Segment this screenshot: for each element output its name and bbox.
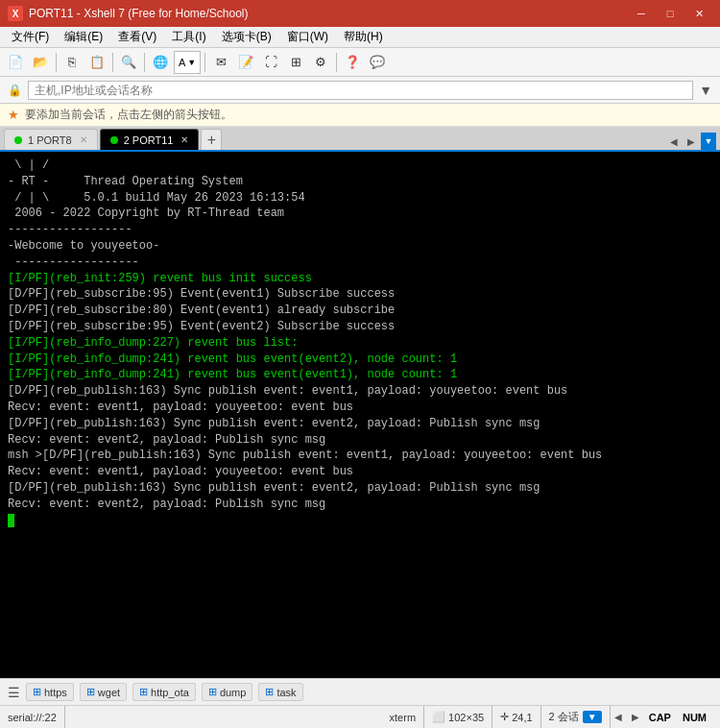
- quick-cmd-http_ota[interactable]: ⊞http_ota: [132, 683, 196, 701]
- caps-lock-indicator: CAP: [643, 712, 677, 723]
- toolbar: 📄 📂 ⎘ 📋 🔍 🌐 A▼ ✉ 📝 ⛶ ⊞ ⚙ ❓ 💬: [0, 48, 720, 77]
- num-lock-indicator: NUM: [677, 712, 712, 723]
- toolbar-separator-4: [204, 53, 205, 72]
- info-text: 要添加当前会话，点击左侧的箭头按钮。: [25, 107, 232, 123]
- terminal[interactable]: \ | /- RT - Thread Operating System / | …: [0, 152, 720, 678]
- tab-close-tab2[interactable]: ✕: [180, 134, 188, 145]
- term-line-5: -Webcome to youyeetoo-: [8, 238, 712, 255]
- session-button[interactable]: 🌐: [149, 51, 172, 74]
- toolbar-separator-3: [144, 53, 145, 72]
- layout-button[interactable]: ⊞: [284, 51, 307, 74]
- term-line-2: / | \ 5.0.1 build May 26 2023 16:13:54: [8, 190, 712, 206]
- term-line-0: \ | /: [8, 158, 712, 174]
- paste-button[interactable]: 📋: [85, 51, 108, 74]
- toolbar-separator-5: [336, 53, 337, 72]
- fullscreen-button[interactable]: ⛶: [259, 51, 282, 74]
- term-line-17: Recv: event: event2, payload: Publish sy…: [8, 432, 712, 449]
- cmd-icon-wget: ⊞: [86, 686, 95, 698]
- quick-cmd-wget[interactable]: ⊞wget: [80, 683, 127, 701]
- next-session-button[interactable]: ▶: [628, 710, 643, 725]
- menu-item-f[interactable]: 文件(F): [4, 27, 57, 47]
- maximize-button[interactable]: □: [657, 4, 684, 23]
- tab-dot-tab1: [14, 136, 22, 144]
- cursor-position: ✛ 24,1: [492, 706, 540, 728]
- tab-label-tab2: 2 PORT11: [124, 134, 174, 146]
- close-button[interactable]: ✕: [685, 4, 712, 23]
- chat-button[interactable]: 💬: [366, 51, 389, 74]
- prev-session-button[interactable]: ◀: [611, 710, 626, 725]
- tab-dot-tab2: [110, 136, 118, 144]
- tab-next-button[interactable]: ▶: [684, 133, 699, 150]
- cmd-label-http_ota: http_ota: [151, 687, 189, 698]
- term-line-21: Recv: event: event2, payload: Publish sy…: [8, 497, 712, 513]
- star-icon: ★: [8, 108, 19, 122]
- session-nav: ◀ ▶: [611, 710, 643, 725]
- find-button[interactable]: 🔍: [117, 51, 140, 74]
- minimize-button[interactable]: ─: [628, 4, 655, 23]
- term-line-10: [D/PF](reb_subscribe:95) Event(event2) S…: [8, 319, 712, 335]
- term-line-22: [8, 513, 712, 529]
- tab-tab1[interactable]: 1 PORT8✕: [4, 129, 98, 150]
- window-title: PORT11 - Xshell 7 (Free for Home/School): [29, 7, 628, 20]
- term-line-14: [D/PF](reb_publish:163) Sync publish eve…: [8, 383, 712, 400]
- menu-item-v[interactable]: 查看(V): [110, 27, 164, 47]
- cmd-label-https: https: [44, 687, 67, 698]
- status-bar: serial://:22 xterm ⬜ 102×35 ✛ 24,1 2 会话 …: [0, 705, 720, 728]
- new-session-button[interactable]: 📄: [4, 51, 27, 74]
- app-icon: X: [8, 6, 23, 21]
- term-line-11: [I/PF](reb_info_dump:227) revent bus lis…: [8, 335, 712, 352]
- cursor-icon: ✛: [500, 711, 509, 723]
- quick-cmd-task[interactable]: ⊞task: [258, 683, 302, 701]
- cmd-icon-https: ⊞: [33, 686, 41, 698]
- term-line-13: [I/PF](reb_info_dump:241) revent bus eve…: [8, 367, 712, 383]
- compose-button[interactable]: ✉: [209, 51, 232, 74]
- cmd-label-task: task: [276, 687, 296, 698]
- size-icon: ⬜: [432, 711, 445, 723]
- new-tab-button[interactable]: +: [201, 129, 222, 150]
- address-bar: 🔒 ▼: [0, 77, 720, 104]
- menu-item-w[interactable]: 窗口(W): [279, 27, 336, 47]
- open-button[interactable]: 📂: [29, 51, 52, 74]
- hamburger-icon[interactable]: ☰: [8, 685, 20, 700]
- term-line-19: Recv: event: event1, payload: youyeetoo:…: [8, 464, 712, 480]
- tab-bar: 1 PORT8✕2 PORT11✕+ ◀ ▶ ▼: [0, 127, 720, 152]
- term-line-3: 2006 - 2022 Copyright by RT-Thread team: [8, 206, 712, 222]
- tab-tab2[interactable]: 2 PORT11✕: [100, 129, 200, 150]
- window-controls: ─ □ ✕: [628, 4, 712, 23]
- term-line-12: [I/PF](reb_info_dump:241) revent bus eve…: [8, 352, 712, 368]
- log-button[interactable]: 📝: [234, 51, 257, 74]
- cmd-icon-dump: ⊞: [208, 686, 217, 698]
- tab-expand-button[interactable]: ▼: [701, 133, 716, 150]
- term-line-7: [I/PF](reb_init:259) revent bus init suc…: [8, 271, 712, 287]
- cmd-label-wget: wget: [98, 687, 120, 698]
- term-line-20: [D/PF](reb_publish:163) Sync publish eve…: [8, 480, 712, 497]
- menu-item-i[interactable]: 工具(I): [164, 27, 213, 47]
- menu-item-h[interactable]: 帮助(H): [336, 27, 391, 47]
- encoding-dropdown[interactable]: A▼: [174, 51, 201, 74]
- term-line-9: [D/PF](reb_subscribe:80) Event(event1) a…: [8, 303, 712, 319]
- address-input[interactable]: [28, 81, 693, 100]
- copy-button[interactable]: ⎘: [60, 51, 84, 74]
- info-bar: ★ 要添加当前会话，点击左侧的箭头按钮。: [0, 104, 720, 127]
- menu-bar: 文件(F)编辑(E)查看(V)工具(I)选项卡(B)窗口(W)帮助(H): [0, 27, 720, 48]
- tab-prev-button[interactable]: ◀: [666, 133, 682, 150]
- options-button[interactable]: ⚙: [309, 51, 332, 74]
- sessions-badge: ▼: [583, 711, 602, 723]
- quick-cmd-https[interactable]: ⊞https: [26, 683, 74, 701]
- help-button[interactable]: ❓: [341, 51, 364, 74]
- menu-item-b[interactable]: 选项卡(B): [214, 27, 279, 47]
- quick-cmd-dump[interactable]: ⊞dump: [202, 683, 253, 701]
- address-arrow[interactable]: ▼: [699, 83, 712, 98]
- lock-icon: 🔒: [8, 84, 22, 97]
- toolbar-separator-2: [112, 53, 113, 72]
- bottom-toolbar: ☰ ⊞https⊞wget⊞http_ota⊞dump⊞task: [0, 678, 720, 705]
- menu-item-e[interactable]: 编辑(E): [57, 27, 110, 47]
- tab-close-tab1[interactable]: ✕: [80, 134, 87, 145]
- session-status: serial://:22: [8, 706, 65, 728]
- term-line-1: - RT - Thread Operating System: [8, 174, 712, 190]
- tab-label-tab1: 1 PORT8: [28, 134, 72, 146]
- cmd-icon-http_ota: ⊞: [139, 686, 148, 698]
- tab-nav: ◀ ▶ ▼: [666, 133, 716, 150]
- terminal-type: xterm: [382, 706, 425, 728]
- term-line-4: ------------------: [8, 222, 712, 238]
